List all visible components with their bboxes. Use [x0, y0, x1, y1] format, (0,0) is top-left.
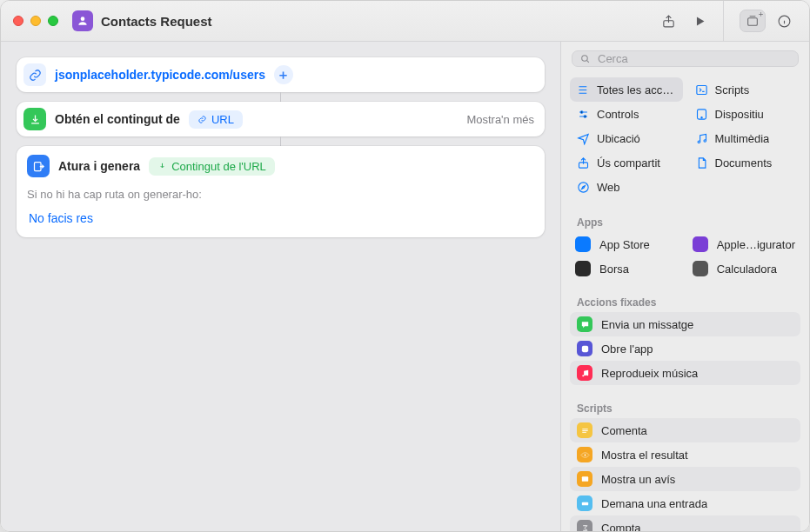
- category--s-compartit[interactable]: Ús compartit: [570, 150, 683, 175]
- exit-icon: [27, 155, 50, 177]
- do-nothing-option[interactable]: No facis res: [27, 208, 534, 229]
- action-demana-una-entrada[interactable]: Demana una entrada: [570, 491, 800, 515]
- action-get-contents[interactable]: Obtén el contingut de URL Mostra'n més: [17, 102, 545, 136]
- show-more-button[interactable]: Mostra'n més: [466, 113, 534, 126]
- action-icon: [577, 447, 592, 462]
- actions-sidebar: Totes les acci…ScriptsControlsDispositiu…: [561, 42, 809, 531]
- svg-point-20: [584, 454, 586, 456]
- info-button[interactable]: [771, 10, 797, 32]
- svg-point-13: [698, 141, 700, 143]
- app-app-store[interactable]: App Store: [570, 232, 682, 256]
- link-icon: [23, 63, 46, 86]
- action-comenta[interactable]: Comenta: [570, 418, 800, 442]
- shortcut-icon: [72, 10, 93, 31]
- no-destination-label: Si no hi ha cap ruta on generar-ho:: [27, 188, 534, 201]
- category-documents[interactable]: Documents: [688, 150, 801, 175]
- action-icon: [577, 520, 592, 532]
- search-icon: [579, 53, 591, 64]
- svg-point-19: [586, 374, 588, 376]
- library-toggle-button[interactable]: ＋: [740, 10, 766, 32]
- download-icon: [23, 108, 46, 130]
- action-envia-un-missatge[interactable]: Envia un missatge: [570, 312, 800, 336]
- category-dispositiu[interactable]: Dispositiu: [688, 102, 801, 126]
- action-mostra-un-av-s[interactable]: Mostra un avís: [570, 467, 800, 491]
- zoom-window-button[interactable]: [48, 16, 58, 26]
- download-icon: [157, 162, 167, 171]
- action-icon: [577, 422, 592, 438]
- section-apps-title: Apps: [561, 208, 809, 232]
- add-url-button[interactable]: ＋: [274, 65, 293, 84]
- url-value[interactable]: jsonplaceholder.typicode.com/users: [55, 68, 265, 82]
- section-pinned-title: Accions fixades: [561, 288, 809, 312]
- action-obre-l-app[interactable]: Obre l'app: [570, 336, 800, 361]
- svg-point-10: [584, 115, 586, 117]
- minimize-window-button[interactable]: [30, 16, 41, 26]
- action-icon: [577, 316, 592, 332]
- pinned-list: Envia un missatgeObre l'appReprodueix mú…: [561, 312, 809, 385]
- action-reprodueix-m-sica[interactable]: Reprodueix música: [570, 361, 800, 385]
- share-button[interactable]: [655, 10, 681, 32]
- window-controls: [13, 16, 58, 26]
- apps-list: App StoreApple…iguratorBorsaCalculadora: [561, 232, 809, 281]
- svg-rect-3: [748, 18, 758, 26]
- category-web[interactable]: Web: [570, 175, 683, 199]
- run-button[interactable]: [686, 10, 713, 32]
- app-icon: [575, 236, 591, 252]
- svg-point-16: [579, 182, 588, 191]
- svg-rect-17: [581, 345, 587, 351]
- app-icon: [693, 261, 708, 276]
- search-input[interactable]: [596, 51, 791, 66]
- flow-connector: [280, 136, 281, 146]
- category-ubicaci-[interactable]: Ubicació: [570, 126, 683, 150]
- svg-point-9: [580, 110, 583, 113]
- app-icon: [693, 236, 708, 252]
- svg-marker-2: [696, 17, 704, 25]
- action-icon: [577, 341, 592, 356]
- search-field[interactable]: [572, 50, 799, 67]
- flow-connector: [280, 92, 281, 102]
- titlebar: Contacts Request ＋: [1, 1, 809, 42]
- category-multim-dia[interactable]: Multimèdia: [688, 126, 801, 150]
- svg-point-0: [81, 17, 85, 21]
- category-scripts[interactable]: Scripts: [688, 77, 801, 102]
- app-apple-igurator[interactable]: Apple…igurator: [687, 232, 800, 256]
- action-icon: [577, 495, 592, 511]
- scripts-list: ComentaMostra el resultatMostra un avísD…: [561, 418, 809, 532]
- action-mostra-el-resultat[interactable]: Mostra el resultat: [570, 442, 800, 467]
- category-grid: Totes les acci…ScriptsControlsDispositiu…: [561, 76, 809, 204]
- svg-point-18: [582, 375, 584, 376]
- app-calculadora[interactable]: Calculadora: [687, 256, 800, 281]
- category-totes-les-acci-[interactable]: Totes les acci…: [570, 77, 683, 102]
- svg-rect-22: [581, 502, 587, 505]
- action-icon: [577, 365, 592, 381]
- app-borsa[interactable]: Borsa: [570, 256, 682, 281]
- contents-token[interactable]: Contingut de l'URL: [149, 157, 275, 176]
- svg-point-6: [582, 56, 588, 62]
- category-controls[interactable]: Controls: [570, 102, 683, 126]
- section-scripts-title: Scripts: [561, 394, 809, 418]
- close-window-button[interactable]: [13, 16, 23, 26]
- action-title: Atura i genera: [58, 159, 140, 173]
- window-title: Contacts Request: [101, 14, 212, 29]
- link-icon: [197, 115, 207, 124]
- workflow-canvas[interactable]: jsonplaceholder.typicode.com/users ＋ Obt…: [1, 42, 561, 531]
- svg-point-12: [700, 116, 701, 117]
- action-icon: [577, 471, 592, 487]
- action-url[interactable]: jsonplaceholder.typicode.com/users ＋: [17, 57, 545, 92]
- action-compta[interactable]: Compta: [570, 515, 800, 532]
- svg-rect-21: [581, 476, 587, 482]
- url-token[interactable]: URL: [189, 110, 243, 129]
- action-stop-output[interactable]: Atura i genera Contingut de l'URL Si no …: [17, 146, 545, 237]
- action-title: Obtén el contingut de: [55, 112, 180, 126]
- svg-point-14: [704, 139, 706, 142]
- app-icon: [575, 261, 591, 276]
